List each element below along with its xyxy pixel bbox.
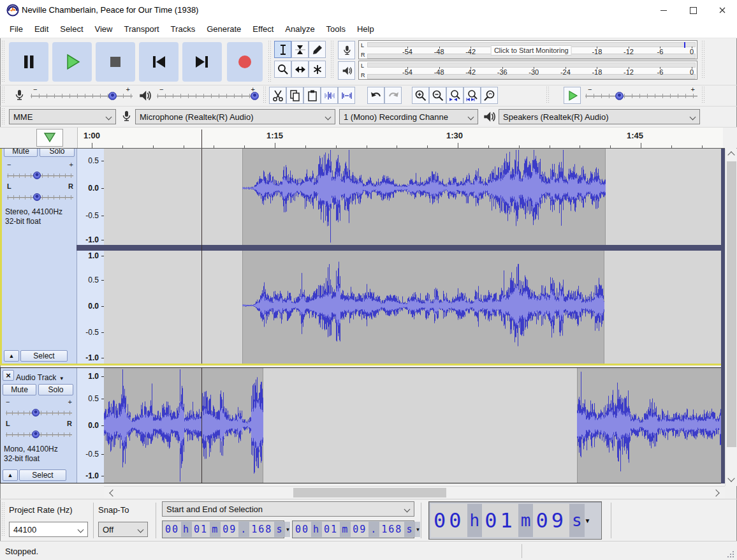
time-digits[interactable]: 01 (192, 522, 210, 537)
time-digits[interactable]: 01 (322, 522, 340, 537)
play-at-speed-grip[interactable] (546, 87, 550, 103)
menu-tools[interactable]: Tools (321, 22, 351, 36)
recording-volume-thumb[interactable] (108, 92, 117, 100)
time-unit[interactable]: m (518, 504, 534, 537)
stereo-gain-thumb[interactable] (33, 172, 41, 179)
time-unit[interactable]: s (404, 522, 415, 537)
time-digits[interactable]: 09 (221, 522, 238, 537)
selection-mode-select[interactable]: Start and End of Selection (162, 501, 414, 517)
time-unit[interactable]: s (274, 522, 285, 537)
play-speed-thumb[interactable] (615, 92, 624, 100)
stereo-pan-slider[interactable]: L R (7, 184, 73, 202)
selection-tool-button[interactable] (274, 41, 291, 58)
menu-generate[interactable]: Generate (201, 22, 247, 36)
close-button[interactable] (708, 0, 737, 20)
menu-help[interactable]: Help (351, 22, 380, 36)
copy-button[interactable] (286, 87, 303, 104)
meter-toolbar-grip[interactable] (330, 41, 335, 78)
selection-end-field[interactable]: 00h01m09.168s▼ (292, 520, 414, 538)
redo-button[interactable] (384, 87, 402, 104)
scroll-down-icon[interactable] (727, 475, 734, 482)
recording-channels-select[interactable]: 1 (Mono) Recording Channe (339, 109, 478, 124)
monitor-label[interactable]: Click to Start Monitoring (491, 45, 572, 55)
vertical-scrollbar[interactable] (725, 149, 737, 486)
minimize-button[interactable] (649, 0, 678, 20)
silence-audio-button[interactable] (338, 87, 355, 104)
time-digits[interactable]: 01 (482, 504, 518, 537)
project-rate-select[interactable]: 44100 (9, 522, 88, 537)
skip-to-start-button[interactable] (139, 42, 179, 82)
tools-toolbar-grip[interactable] (268, 41, 272, 82)
mixer-toolbar-grip[interactable] (1, 87, 6, 103)
time-digits[interactable]: 00 (293, 522, 311, 537)
time-format-arrow-icon[interactable]: ▼ (585, 504, 591, 537)
mute-button[interactable]: Mute (3, 384, 36, 395)
paste-button[interactable] (303, 87, 321, 104)
timeline-pin-button[interactable] (36, 129, 63, 147)
stereo-pan-thumb[interactable] (33, 193, 41, 201)
mono-gain-slider[interactable]: − + (6, 400, 72, 418)
stereo-gain-slider[interactable]: − + (7, 163, 73, 181)
maximize-button[interactable] (678, 0, 708, 20)
zoom-in-button[interactable] (412, 87, 429, 104)
undo-button[interactable] (367, 87, 384, 104)
recording-device-select[interactable]: Microphone (Realtek(R) Audio) (135, 109, 335, 124)
time-unit[interactable]: h (467, 504, 483, 537)
skip-to-end-button[interactable] (182, 42, 222, 82)
stereo-select-button[interactable]: Select (20, 350, 68, 362)
mute-button[interactable]: Mute (4, 149, 38, 157)
zoom-tool-button[interactable] (274, 61, 291, 78)
scroll-right-icon[interactable] (712, 489, 719, 496)
fit-selection-button[interactable] (446, 87, 463, 104)
stereo-track-control-panel[interactable]: Mute Solo − + L R Stereo, 44100Hz 32-bit… (2, 149, 77, 364)
time-digits[interactable]: 168 (249, 522, 274, 537)
time-format-arrow-icon[interactable]: ▼ (415, 522, 420, 537)
scroll-left-icon[interactable] (109, 489, 116, 496)
meter-toolbar-end-grip[interactable] (701, 41, 706, 78)
time-unit[interactable]: h (181, 522, 192, 537)
menu-file[interactable]: File (4, 22, 29, 36)
pause-button[interactable] (9, 42, 48, 82)
playback-meter-button[interactable] (338, 61, 355, 80)
horizontal-scrollbar[interactable] (104, 486, 725, 499)
mono-pan-thumb[interactable] (32, 431, 40, 438)
mono-collapse-button[interactable]: ▲ (3, 469, 18, 481)
audio-position-display[interactable]: 00h01m09s▼ (428, 501, 602, 540)
time-unit[interactable]: h (311, 522, 322, 537)
track-title-menu[interactable]: Audio Track ▼ (16, 371, 75, 383)
play-at-speed-button[interactable] (564, 87, 581, 104)
menu-effect[interactable]: Effect (247, 22, 279, 36)
envelope-tool-button[interactable] (291, 41, 309, 58)
menu-analyze[interactable]: Analyze (279, 22, 320, 36)
draw-tool-button[interactable] (309, 41, 326, 58)
recording-volume-slider[interactable]: − + (31, 88, 133, 103)
horizontal-scrollbar-thumb[interactable] (293, 488, 446, 497)
vertical-scrollbar-thumb[interactable] (727, 161, 736, 447)
time-digits[interactable]: 09 (533, 504, 569, 537)
menu-transport[interactable]: Transport (118, 22, 164, 36)
playback-volume-thumb[interactable] (251, 92, 259, 100)
time-unit[interactable]: . (369, 522, 379, 537)
transport-toolbar-grip[interactable] (1, 41, 6, 82)
edit-toolbar-grip[interactable] (263, 87, 267, 103)
mono-track-control-panel[interactable]: × Audio Track ▼ Mute Solo − + L R Mono, … (1, 368, 77, 483)
timeline-ruler[interactable]: 1:001:151:301:45 (77, 128, 723, 148)
menu-edit[interactable]: Edit (29, 22, 54, 36)
recording-meter[interactable]: L R -54-48-42-18-12-60 Click to Start Mo… (358, 40, 697, 59)
playback-volume-slider[interactable]: − + (157, 88, 258, 103)
row-b-end-grip[interactable] (701, 87, 706, 103)
menu-select[interactable]: Select (54, 22, 89, 36)
audio-host-select[interactable]: MME (9, 109, 116, 124)
play-button[interactable] (52, 42, 92, 82)
time-shift-tool-button[interactable] (291, 61, 309, 78)
timeline[interactable]: 1:001:151:301:45 (0, 128, 737, 148)
play-speed-slider[interactable]: − + (585, 88, 697, 103)
snap-to-select[interactable]: Off (98, 522, 148, 537)
time-digits[interactable]: 00 (431, 504, 467, 537)
cut-button[interactable] (269, 87, 286, 104)
time-unit[interactable]: m (340, 522, 351, 537)
stop-button[interactable] (96, 42, 135, 82)
fit-project-button[interactable] (463, 87, 481, 104)
record-meter-button[interactable] (338, 41, 355, 59)
mono-select-button[interactable]: Select (19, 469, 66, 481)
